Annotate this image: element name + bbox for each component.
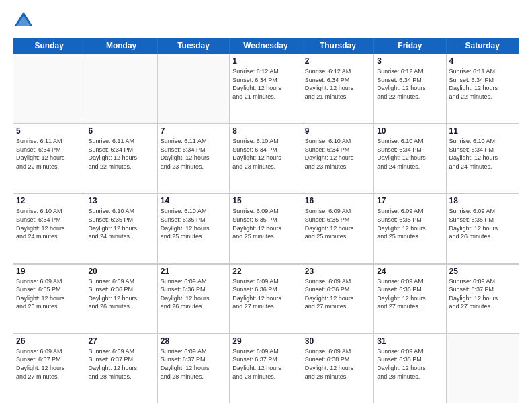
day-number: 2 bbox=[305, 56, 371, 66]
logo-icon bbox=[13, 11, 34, 31]
calendar-cell: 2Sunrise: 6:12 AMSunset: 6:34 PMDaylight… bbox=[302, 54, 374, 123]
day-number: 10 bbox=[377, 126, 443, 136]
calendar-header-cell: Friday bbox=[374, 38, 446, 54]
calendar-cell: 3Sunrise: 6:12 AMSunset: 6:34 PMDaylight… bbox=[374, 54, 446, 123]
page-header bbox=[13, 11, 519, 31]
calendar-cell: 24Sunrise: 6:09 AMSunset: 6:36 PMDayligh… bbox=[374, 264, 446, 333]
calendar-header-cell: Saturday bbox=[447, 38, 519, 54]
calendar-cell bbox=[13, 54, 85, 123]
cell-info: Sunrise: 6:12 AMSunset: 6:34 PMDaylight:… bbox=[377, 67, 443, 101]
cell-info: Sunrise: 6:09 AMSunset: 6:37 PMDaylight:… bbox=[449, 277, 516, 311]
calendar-cell: 13Sunrise: 6:10 AMSunset: 6:35 PMDayligh… bbox=[85, 193, 157, 263]
calendar-cell: 20Sunrise: 6:09 AMSunset: 6:36 PMDayligh… bbox=[85, 264, 157, 333]
cell-info: Sunrise: 6:09 AMSunset: 6:36 PMDaylight:… bbox=[305, 277, 371, 311]
calendar-cell: 16Sunrise: 6:09 AMSunset: 6:35 PMDayligh… bbox=[302, 193, 374, 263]
day-number: 28 bbox=[161, 336, 226, 346]
calendar-row: 19Sunrise: 6:09 AMSunset: 6:35 PMDayligh… bbox=[13, 264, 519, 334]
cell-info: Sunrise: 6:12 AMSunset: 6:34 PMDaylight:… bbox=[305, 67, 371, 101]
cell-info: Sunrise: 6:09 AMSunset: 6:35 PMDaylight:… bbox=[305, 207, 371, 240]
calendar-cell: 15Sunrise: 6:09 AMSunset: 6:35 PMDayligh… bbox=[230, 193, 302, 263]
cell-info: Sunrise: 6:09 AMSunset: 6:36 PMDaylight:… bbox=[377, 277, 443, 311]
day-number: 8 bbox=[232, 126, 298, 136]
calendar-cell: 30Sunrise: 6:09 AMSunset: 6:38 PMDayligh… bbox=[302, 334, 374, 403]
day-number: 31 bbox=[377, 336, 443, 346]
calendar-row: 26Sunrise: 6:09 AMSunset: 6:37 PMDayligh… bbox=[13, 334, 519, 403]
cell-info: Sunrise: 6:09 AMSunset: 6:37 PMDaylight:… bbox=[88, 347, 154, 381]
cell-info: Sunrise: 6:10 AMSunset: 6:34 PMDaylight:… bbox=[16, 207, 82, 240]
day-number: 5 bbox=[16, 126, 82, 136]
day-number: 30 bbox=[305, 336, 371, 346]
calendar-cell: 26Sunrise: 6:09 AMSunset: 6:37 PMDayligh… bbox=[13, 334, 85, 403]
calendar-cell: 27Sunrise: 6:09 AMSunset: 6:37 PMDayligh… bbox=[85, 334, 157, 403]
day-number: 11 bbox=[449, 126, 516, 136]
day-number: 26 bbox=[16, 336, 82, 346]
calendar-cell: 23Sunrise: 6:09 AMSunset: 6:36 PMDayligh… bbox=[302, 264, 374, 333]
cell-info: Sunrise: 6:09 AMSunset: 6:38 PMDaylight:… bbox=[305, 347, 371, 381]
calendar-cell: 28Sunrise: 6:09 AMSunset: 6:37 PMDayligh… bbox=[158, 334, 230, 403]
calendar-header-cell: Thursday bbox=[302, 38, 374, 54]
calendar-cell: 29Sunrise: 6:09 AMSunset: 6:37 PMDayligh… bbox=[230, 334, 302, 403]
cell-info: Sunrise: 6:10 AMSunset: 6:35 PMDaylight:… bbox=[88, 207, 154, 240]
calendar-cell: 22Sunrise: 6:09 AMSunset: 6:36 PMDayligh… bbox=[230, 264, 302, 333]
calendar-cell: 17Sunrise: 6:09 AMSunset: 6:35 PMDayligh… bbox=[374, 193, 446, 263]
day-number: 27 bbox=[88, 336, 154, 346]
calendar-page: SundayMondayTuesdayWednesdayThursdayFrid… bbox=[0, 0, 532, 411]
calendar-row: 12Sunrise: 6:10 AMSunset: 6:34 PMDayligh… bbox=[13, 193, 519, 263]
calendar-cell bbox=[447, 334, 519, 403]
cell-info: Sunrise: 6:11 AMSunset: 6:34 PMDaylight:… bbox=[449, 67, 516, 101]
cell-info: Sunrise: 6:09 AMSunset: 6:37 PMDaylight:… bbox=[161, 347, 226, 381]
calendar-row: 1Sunrise: 6:12 AMSunset: 6:34 PMDaylight… bbox=[13, 54, 519, 124]
day-number: 16 bbox=[305, 196, 371, 205]
day-number: 1 bbox=[232, 56, 298, 66]
cell-info: Sunrise: 6:10 AMSunset: 6:34 PMDaylight:… bbox=[377, 137, 443, 171]
day-number: 22 bbox=[232, 267, 298, 276]
calendar-cell: 5Sunrise: 6:11 AMSunset: 6:34 PMDaylight… bbox=[13, 124, 85, 193]
day-number: 6 bbox=[88, 126, 154, 136]
calendar-cell: 6Sunrise: 6:11 AMSunset: 6:34 PMDaylight… bbox=[85, 124, 157, 193]
calendar-header-cell: Sunday bbox=[13, 38, 85, 54]
calendar-cell: 25Sunrise: 6:09 AMSunset: 6:37 PMDayligh… bbox=[447, 264, 519, 333]
cell-info: Sunrise: 6:09 AMSunset: 6:36 PMDaylight:… bbox=[88, 277, 154, 311]
day-number: 14 bbox=[161, 196, 226, 205]
cell-info: Sunrise: 6:11 AMSunset: 6:34 PMDaylight:… bbox=[16, 137, 82, 171]
cell-info: Sunrise: 6:09 AMSunset: 6:35 PMDaylight:… bbox=[232, 207, 298, 240]
calendar: SundayMondayTuesdayWednesdayThursdayFrid… bbox=[13, 38, 519, 403]
day-number: 29 bbox=[232, 336, 298, 346]
calendar-cell: 12Sunrise: 6:10 AMSunset: 6:34 PMDayligh… bbox=[13, 193, 85, 263]
calendar-cell: 8Sunrise: 6:10 AMSunset: 6:34 PMDaylight… bbox=[230, 124, 302, 193]
cell-info: Sunrise: 6:10 AMSunset: 6:34 PMDaylight:… bbox=[305, 137, 371, 171]
cell-info: Sunrise: 6:09 AMSunset: 6:38 PMDaylight:… bbox=[377, 347, 443, 381]
calendar-cell: 4Sunrise: 6:11 AMSunset: 6:34 PMDaylight… bbox=[447, 54, 519, 123]
cell-info: Sunrise: 6:11 AMSunset: 6:34 PMDaylight:… bbox=[88, 137, 154, 171]
day-number: 4 bbox=[449, 56, 516, 66]
calendar-cell: 19Sunrise: 6:09 AMSunset: 6:35 PMDayligh… bbox=[13, 264, 85, 333]
calendar-header: SundayMondayTuesdayWednesdayThursdayFrid… bbox=[13, 38, 519, 54]
calendar-cell: 10Sunrise: 6:10 AMSunset: 6:34 PMDayligh… bbox=[374, 124, 446, 193]
calendar-cell: 1Sunrise: 6:12 AMSunset: 6:34 PMDaylight… bbox=[230, 54, 302, 123]
calendar-row: 5Sunrise: 6:11 AMSunset: 6:34 PMDaylight… bbox=[13, 124, 519, 193]
calendar-cell: 14Sunrise: 6:10 AMSunset: 6:35 PMDayligh… bbox=[158, 193, 230, 263]
calendar-header-cell: Monday bbox=[85, 38, 157, 54]
cell-info: Sunrise: 6:11 AMSunset: 6:34 PMDaylight:… bbox=[161, 137, 226, 171]
cell-info: Sunrise: 6:09 AMSunset: 6:37 PMDaylight:… bbox=[232, 347, 298, 381]
day-number: 15 bbox=[232, 196, 298, 205]
cell-info: Sunrise: 6:09 AMSunset: 6:36 PMDaylight:… bbox=[232, 277, 298, 311]
calendar-body: 1Sunrise: 6:12 AMSunset: 6:34 PMDaylight… bbox=[13, 54, 519, 403]
cell-info: Sunrise: 6:10 AMSunset: 6:34 PMDaylight:… bbox=[232, 137, 298, 171]
cell-info: Sunrise: 6:09 AMSunset: 6:35 PMDaylight:… bbox=[449, 207, 516, 240]
cell-info: Sunrise: 6:12 AMSunset: 6:34 PMDaylight:… bbox=[232, 67, 298, 101]
cell-info: Sunrise: 6:10 AMSunset: 6:35 PMDaylight:… bbox=[161, 207, 226, 240]
logo bbox=[13, 11, 36, 31]
day-number: 24 bbox=[377, 267, 443, 276]
day-number: 19 bbox=[16, 267, 82, 276]
calendar-cell: 9Sunrise: 6:10 AMSunset: 6:34 PMDaylight… bbox=[302, 124, 374, 193]
calendar-cell bbox=[85, 54, 157, 123]
cell-info: Sunrise: 6:09 AMSunset: 6:35 PMDaylight:… bbox=[16, 277, 82, 311]
day-number: 7 bbox=[161, 126, 226, 136]
day-number: 13 bbox=[88, 196, 154, 205]
day-number: 9 bbox=[305, 126, 371, 136]
calendar-cell: 18Sunrise: 6:09 AMSunset: 6:35 PMDayligh… bbox=[447, 193, 519, 263]
cell-info: Sunrise: 6:09 AMSunset: 6:36 PMDaylight:… bbox=[161, 277, 226, 311]
day-number: 20 bbox=[88, 267, 154, 276]
cell-info: Sunrise: 6:09 AMSunset: 6:37 PMDaylight:… bbox=[16, 347, 82, 381]
